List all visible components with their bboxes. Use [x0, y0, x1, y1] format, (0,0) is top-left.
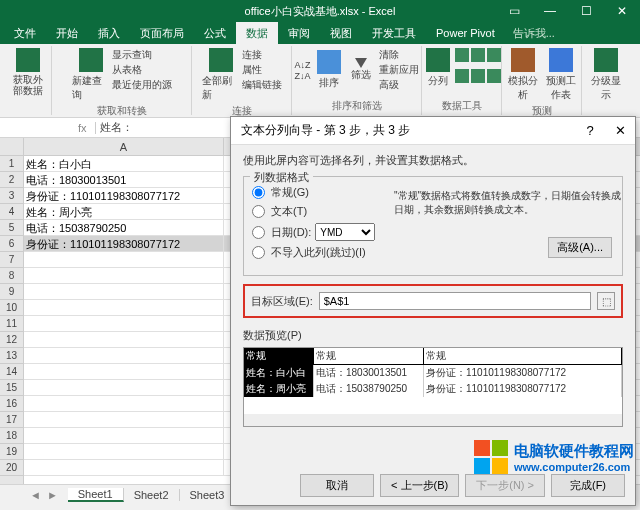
sheet-tab[interactable]: Sheet2 [124, 489, 180, 501]
row-header[interactable]: 7 [0, 252, 23, 268]
row-header[interactable]: 8 [0, 268, 23, 284]
cancel-button[interactable]: 取消 [300, 474, 374, 497]
row-header[interactable]: 4 [0, 204, 23, 220]
cell[interactable] [24, 460, 224, 475]
properties-button[interactable]: 属性 [242, 63, 282, 77]
refresh-all-button[interactable]: 全部刷新 [202, 48, 240, 102]
tab-file[interactable]: 文件 [4, 22, 46, 44]
outline-button[interactable]: 分级显示 [587, 48, 625, 102]
row-header[interactable]: 16 [0, 396, 23, 412]
data-validation-icon[interactable] [487, 48, 501, 62]
cell[interactable] [24, 364, 224, 379]
cell[interactable] [24, 396, 224, 411]
tab-home[interactable]: 开始 [46, 22, 88, 44]
forecast-sheet-button[interactable]: 预测工作表 [543, 48, 579, 102]
tab-layout[interactable]: 页面布局 [130, 22, 194, 44]
row-header[interactable]: 14 [0, 364, 23, 380]
sort-button[interactable]: 排序 [315, 50, 343, 90]
row-header[interactable]: 20 [0, 460, 23, 476]
tab-insert[interactable]: 插入 [88, 22, 130, 44]
sort-desc-button[interactable]: Z↓A [295, 71, 311, 81]
tab-review[interactable]: 审阅 [278, 22, 320, 44]
text-to-columns-button[interactable]: 分列 [423, 48, 453, 88]
cell[interactable] [24, 380, 224, 395]
range-picker-icon[interactable]: ⬚ [597, 292, 615, 310]
cell[interactable] [24, 412, 224, 427]
flash-fill-icon[interactable] [455, 48, 469, 62]
ribbon-display-icon[interactable]: ▭ [496, 0, 532, 22]
row-header[interactable]: 17 [0, 412, 23, 428]
tab-formula[interactable]: 公式 [194, 22, 236, 44]
show-queries-button[interactable]: 显示查询 [112, 48, 172, 62]
cell[interactable] [24, 284, 224, 299]
filter-button[interactable]: 筛选 [347, 58, 375, 82]
row-header[interactable]: 11 [0, 316, 23, 332]
cell[interactable] [24, 268, 224, 283]
fx-icon[interactable]: fx [70, 122, 96, 134]
cell[interactable] [24, 332, 224, 347]
row-header[interactable]: 9 [0, 284, 23, 300]
cell[interactable] [24, 444, 224, 459]
row-header[interactable]: 1 [0, 156, 23, 172]
sort-asc-button[interactable]: A↓Z [295, 60, 311, 70]
tab-developer[interactable]: 开发工具 [362, 22, 426, 44]
cell[interactable] [24, 348, 224, 363]
remove-duplicates-icon[interactable] [471, 48, 485, 62]
row-header[interactable]: 19 [0, 444, 23, 460]
date-format-select[interactable]: YMD [315, 223, 375, 241]
row-header[interactable]: 15 [0, 380, 23, 396]
cell[interactable]: 姓名：周小亮 [24, 204, 224, 219]
new-query-button[interactable]: 新建查询 [72, 48, 110, 102]
row-header[interactable]: 18 [0, 428, 23, 444]
clear-filter-button[interactable]: 清除 [379, 48, 419, 62]
preview-col-header[interactable]: 常规 [314, 348, 424, 364]
preview-col-header[interactable]: 常规 [424, 348, 622, 364]
cell[interactable]: 电话：15038790250 [24, 220, 224, 235]
data-model-icon[interactable] [487, 69, 501, 83]
tab-view[interactable]: 视图 [320, 22, 362, 44]
tab-nav-next-icon[interactable]: ► [47, 489, 58, 501]
connections-button[interactable]: 连接 [242, 48, 282, 62]
whatif-button[interactable]: 模拟分析 [505, 48, 541, 102]
maximize-icon[interactable]: ☐ [568, 0, 604, 22]
tell-me[interactable]: 告诉我... [513, 26, 555, 41]
cell[interactable]: 电话：18030013501 [24, 172, 224, 187]
finish-button[interactable]: 完成(F) [551, 474, 625, 497]
recent-sources-button[interactable]: 最近使用的源 [112, 78, 172, 92]
preview-scrollbar[interactable] [244, 414, 622, 426]
preview-col-header[interactable]: 常规 [244, 348, 314, 364]
col-header-a[interactable]: A [24, 138, 224, 155]
row-header[interactable]: 12 [0, 332, 23, 348]
tab-nav-prev-icon[interactable]: ◄ [30, 489, 41, 501]
cell[interactable] [24, 252, 224, 267]
dialog-close-icon[interactable]: ✕ [605, 123, 635, 138]
help-icon[interactable]: ? [575, 123, 605, 138]
get-external-data-button[interactable]: 获取外部数据 [9, 48, 47, 96]
from-table-button[interactable]: 从表格 [112, 63, 172, 77]
tab-data[interactable]: 数据 [236, 22, 278, 44]
row-header[interactable]: 3 [0, 188, 23, 204]
row-header[interactable]: 13 [0, 348, 23, 364]
minimize-icon[interactable]: — [532, 0, 568, 22]
cell[interactable] [24, 300, 224, 315]
cell[interactable]: 姓名：白小白 [24, 156, 224, 171]
radio-skip[interactable] [252, 246, 265, 259]
cell[interactable] [24, 316, 224, 331]
radio-date[interactable] [252, 226, 265, 239]
radio-general[interactable] [252, 186, 265, 199]
consolidate-icon[interactable] [455, 69, 469, 83]
cell[interactable] [24, 428, 224, 443]
back-button[interactable]: < 上一步(B) [380, 474, 459, 497]
cell[interactable]: 身份证：110101198308077172 [24, 236, 224, 251]
target-range-input[interactable] [319, 292, 591, 310]
advanced-filter-button[interactable]: 高级 [379, 78, 419, 92]
select-all-corner[interactable] [0, 138, 24, 155]
radio-text[interactable] [252, 205, 265, 218]
sheet-tab[interactable]: Sheet3 [180, 489, 236, 501]
row-header[interactable]: 6 [0, 236, 23, 252]
close-icon[interactable]: ✕ [604, 0, 640, 22]
cell[interactable]: 身份证：110101198308077172 [24, 188, 224, 203]
edit-links-button[interactable]: 编辑链接 [242, 78, 282, 92]
row-header[interactable]: 5 [0, 220, 23, 236]
reapply-filter-button[interactable]: 重新应用 [379, 63, 419, 77]
